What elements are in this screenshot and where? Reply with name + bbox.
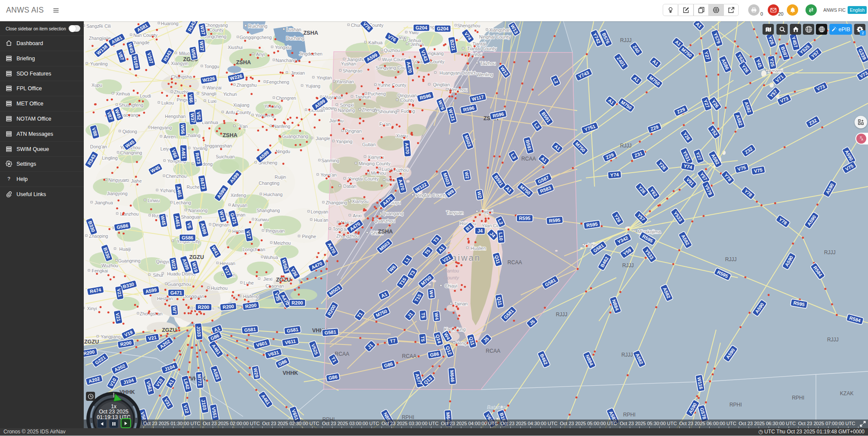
svg-text:VHHK: VHHK <box>283 370 298 376</box>
svg-text:Yanling: Yanling <box>193 146 207 151</box>
svg-text:Fu'an: Fu'an <box>379 121 391 127</box>
svg-text:Wanzai: Wanzai <box>207 85 222 90</box>
svg-text:Songxi: Songxi <box>340 102 354 108</box>
svg-text:Longchuan: Longchuan <box>243 247 265 252</box>
svg-text:ZGZU: ZGZU <box>162 327 177 333</box>
svg-text:Zhangshu: Zhangshu <box>237 82 257 88</box>
svg-text:Longyan: Longyan <box>311 209 328 214</box>
svg-text:Xupu: Xupu <box>92 82 102 88</box>
svg-text:Xinfeng: Xinfeng <box>230 193 246 198</box>
svg-text:Anren: Anren <box>164 134 176 139</box>
svg-text:G586: G586 <box>182 235 194 240</box>
svg-text:W4: W4 <box>434 312 440 320</box>
svg-text:Ruichang: Ruichang <box>248 23 268 29</box>
svg-text:Wuzhou: Wuzhou <box>102 263 118 268</box>
svg-text:RCAA: RCAA <box>486 348 500 354</box>
svg-text:Batanes: Batanes <box>487 404 506 410</box>
svg-text:Yujiang: Yujiang <box>306 83 321 89</box>
svg-text:Chaonan: Chaonan <box>266 283 284 288</box>
svg-text:Zhongshan: Zhongshan <box>140 311 163 316</box>
svg-text:Tongcheng: Tongcheng <box>204 34 227 39</box>
svg-text:Xiajiang: Xiajiang <box>233 102 250 108</box>
svg-text:RCAA: RCAA <box>335 351 349 357</box>
svg-text:Yichun: Yichun <box>223 92 237 97</box>
svg-text:Guangning: Guangning <box>118 258 141 263</box>
svg-text:Qingtian: Qingtian <box>433 82 450 87</box>
svg-text:Hengyang: Hengyang <box>151 125 172 130</box>
svg-text:Xianyou: Xianyou <box>352 199 368 204</box>
svg-text:Shouning: Shouning <box>378 109 398 114</box>
svg-text:RCAA: RCAA <box>521 156 536 162</box>
svg-text:Yongfeng: Yongfeng <box>255 113 274 118</box>
svg-text:W37: W37 <box>199 41 205 51</box>
svg-text:Gongqingcheng: Gongqingcheng <box>240 35 272 40</box>
svg-text:Wuhua: Wuhua <box>263 255 278 260</box>
svg-text:Suichuan: Suichuan <box>216 154 235 159</box>
svg-text:Sanming: Sanming <box>321 158 339 163</box>
svg-text:Kaihua: Kaihua <box>368 40 383 45</box>
svg-text:Pingyuan: Pingyuan <box>266 228 285 233</box>
svg-text:Fuzhou: Fuzhou <box>393 167 408 173</box>
svg-text:Luhe: Luhe <box>243 280 254 285</box>
svg-text:G581: G581 <box>324 329 336 335</box>
svg-text:Yushan: Yushan <box>341 61 356 66</box>
svg-text:Datian: Datian <box>343 184 357 189</box>
svg-text:Haifeng: Haifeng <box>243 294 259 299</box>
svg-text:Yuanling: Yuanling <box>90 61 108 66</box>
svg-text:Jiangyong: Jiangyong <box>107 191 128 196</box>
svg-text:Shaoguan: Shaoguan <box>181 214 202 220</box>
svg-text:Shengzhou: Shengzhou <box>457 23 480 28</box>
svg-text:RJJJ: RJJJ <box>725 256 737 262</box>
svg-text:Xinyi: Xinyi <box>87 306 97 311</box>
svg-text:T7: T7 <box>390 338 396 344</box>
svg-text:Jian'ou: Jian'ou <box>329 118 344 123</box>
svg-text:Chiayi: Chiayi <box>444 283 457 288</box>
svg-text:Jiahe: Jiahe <box>131 178 141 184</box>
svg-text:Tong'an: Tong'an <box>333 226 349 232</box>
svg-text:Xiangshan: Xiangshan <box>489 27 511 33</box>
svg-text:Nanping: Nanping <box>338 108 355 113</box>
svg-text:ZSHA: ZSHA <box>378 229 393 235</box>
svg-text:Huizhou: Huizhou <box>211 285 228 291</box>
svg-text:Huichang: Huichang <box>263 192 283 197</box>
svg-text:RPHI: RPHI <box>730 402 742 408</box>
svg-text:RJJJ: RJJJ <box>824 249 836 256</box>
svg-text:Duchang: Duchang <box>286 36 304 41</box>
svg-text:Xinhua: Xinhua <box>116 91 130 96</box>
svg-text:V66: V66 <box>188 94 194 103</box>
svg-text:Luxi: Luxi <box>208 98 216 104</box>
svg-text:Shuangfeng: Shuangfeng <box>119 102 144 108</box>
svg-text:Zhangzhou: Zhangzhou <box>336 233 359 239</box>
svg-text:Anyi: Anyi <box>256 52 265 57</box>
svg-text:RCAA: RCAA <box>507 259 522 266</box>
svg-text:A470: A470 <box>404 142 410 154</box>
svg-text:Jinggangshan: Jinggangshan <box>204 143 232 148</box>
svg-text:ZSHA: ZSHA <box>223 132 237 138</box>
svg-text:Yongxiu: Yongxiu <box>275 45 291 50</box>
svg-text:Lushan: Lushan <box>286 27 302 32</box>
svg-text:Zhangping: Zhangping <box>326 200 347 205</box>
svg-text:T5: T5 <box>421 312 426 318</box>
svg-text:Cili: Cili <box>105 23 111 29</box>
svg-text:RJJJ: RJJJ <box>620 37 632 43</box>
svg-text:G471: G471 <box>171 290 182 295</box>
svg-text:ZGZU: ZGZU <box>84 339 99 345</box>
svg-text:G204: G204 <box>437 26 449 31</box>
svg-text:RJJJ: RJJJ <box>556 311 568 318</box>
svg-text:Chenzhou: Chenzhou <box>166 174 187 179</box>
svg-text:Chaling: Chaling <box>185 133 201 138</box>
svg-text:Jingdezhen: Jingdezhen <box>299 51 322 56</box>
svg-text:Sihui: Sihui <box>153 272 163 278</box>
svg-text:Guangzhou: Guangzhou <box>168 282 191 287</box>
svg-text:Shanghang: Shanghang <box>256 208 280 213</box>
svg-text:Anyuan: Anyuan <box>232 203 247 208</box>
svg-text:Ninghai County: Ninghai County <box>479 34 511 39</box>
svg-text:L10: L10 <box>498 232 504 241</box>
svg-text:Pingtan County: Pingtan County <box>416 193 447 198</box>
svg-text:Yanshan: Yanshan <box>336 79 354 84</box>
svg-text:Lianhua: Lianhua <box>202 120 218 125</box>
svg-text:County: County <box>400 98 414 103</box>
svg-text:R200: R200 <box>222 304 234 310</box>
svg-text:Changting: Changting <box>259 180 279 186</box>
svg-text:M646: M646 <box>449 370 455 382</box>
